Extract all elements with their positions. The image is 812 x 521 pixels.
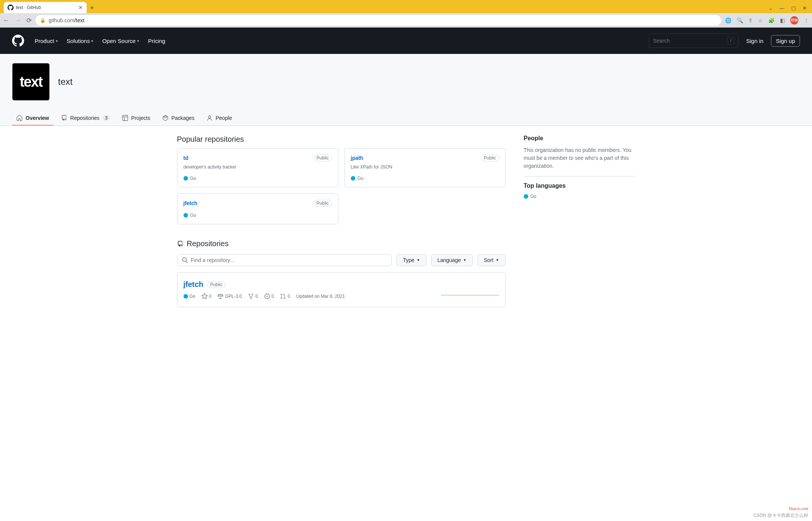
tab-packages[interactable]: Packages [158,111,199,126]
org-name: text [58,77,73,87]
visibility-label: Public [313,155,332,161]
extensions-icon[interactable]: 🧩 [768,17,775,23]
new-tab-button[interactable]: + [87,3,97,13]
type-filter-button[interactable]: Type▼ [396,254,426,266]
tab-projects[interactable]: Projects [118,111,155,126]
lang-color-dot [524,194,528,199]
sign-up-button[interactable]: Sign up [771,35,800,47]
search-input[interactable] [653,38,727,44]
chevron-down-icon[interactable]: ⌄ [769,5,773,11]
sidepanel-icon[interactable]: ◧ [780,17,785,23]
lang-color-dot [184,213,188,218]
nav-product[interactable]: Product▾ [35,38,58,44]
tab-people[interactable]: People [202,111,237,126]
repo-link-jfetch[interactable]: jfetch [184,280,203,289]
forward-icon[interactable]: → [15,17,21,25]
tab-overview[interactable]: Overview [12,111,54,126]
browser-tab[interactable]: text · GitHub ✕ [4,2,87,13]
person-icon [206,115,213,121]
reload-icon[interactable]: ⟳ [26,17,32,25]
kebab-menu-icon[interactable]: ⋮ [804,17,809,23]
lang-color-dot [184,176,188,181]
stars-link[interactable]: 0 [202,293,212,299]
repo-list-item: jfetch Public Go 0 GPL-3.0 0 0 0 Updated… [177,273,505,307]
repo-list: jfetch Public Go 0 GPL-3.0 0 0 0 Updated… [177,272,506,307]
popular-repos-grid: td Public developer's activity tracker G… [177,148,506,224]
profile-avatar[interactable]: 熠柳 [790,16,798,25]
svg-point-3 [208,116,211,118]
nav-opensource[interactable]: Open Source▾ [102,38,139,44]
repo-icon [177,241,183,247]
tab-title: text · GitHub [16,5,76,10]
visibility-label: Public [481,155,499,161]
zoom-icon[interactable]: 🔍 [737,17,743,23]
repositories-heading: Repositories [177,239,506,248]
header-search[interactable]: / [649,34,739,48]
pull-request-icon [280,293,286,299]
table-icon [122,115,128,121]
svg-line-5 [186,261,188,263]
nav-pricing[interactable]: Pricing [148,38,165,44]
back-icon[interactable]: ← [3,17,9,25]
minimize-icon[interactable]: — [780,5,784,11]
activity-sparkline [441,284,499,296]
updated-meta: Updated on Mar 8, 2021 [296,294,345,299]
nav-solutions[interactable]: Solutions▾ [67,38,93,44]
tab-close-icon[interactable]: ✕ [78,5,83,11]
sidebar-people: People This organization has no public m… [524,135,635,170]
lang-name: Go [358,176,364,181]
fork-icon [248,293,254,299]
org-header: text text Overview Repositories 3 Projec… [0,54,812,126]
issue-icon [264,293,270,299]
org-tabs: Overview Repositories 3 Projects Package… [12,111,800,126]
sidebar-people-text: This organization has no public members.… [524,146,635,170]
bookmark-icon[interactable]: ☆ [758,17,763,23]
sign-in-link[interactable]: Sign in [746,38,763,44]
sort-filter-button[interactable]: Sort▼ [477,254,506,266]
repo-count-badge: 3 [102,115,110,121]
package-icon [162,115,168,121]
chevron-down-icon: ▼ [463,258,466,262]
chevron-down-icon: ▼ [417,258,420,262]
svg-point-4 [182,258,186,262]
svg-point-6 [249,294,250,295]
visibility-label: Public [207,281,226,288]
language-filter-button[interactable]: Language▼ [431,254,473,266]
translate-icon[interactable]: 🌐 [725,17,731,23]
pulls-link[interactable]: 0 [280,293,290,299]
svg-point-12 [281,298,282,299]
sidebar-languages-heading: Top languages [524,182,635,189]
address-bar[interactable]: 🔒 github.com/text [35,15,721,26]
svg-point-7 [252,294,253,295]
repo-icon [61,115,67,121]
share-icon[interactable]: ⇪ [748,17,753,23]
close-window-icon[interactable]: ✕ [803,5,807,11]
forks-link[interactable]: 0 [248,293,258,299]
svg-point-10 [266,296,268,297]
popular-repos-heading: Popular repositories [177,135,506,144]
svg-point-13 [284,298,285,299]
chevron-down-icon: ▾ [137,39,139,43]
issues-link[interactable]: 0 [264,293,274,299]
github-header: Product▾ Solutions▾ Open Source▾ Pricing… [0,28,812,54]
repo-link-td[interactable]: td [184,155,188,161]
repo-description: developer's activity tracker [184,164,332,170]
repo-description: Like XPath for JSON [351,164,499,170]
svg-point-8 [250,298,251,299]
browser-toolbar: ← → ⟳ 🔒 github.com/text 🌐 🔍 ⇪ ☆ 🧩 ◧ 熠柳 ⋮ [0,13,812,28]
maximize-icon[interactable]: ▢ [791,5,796,11]
sidebar-top-languages: Top languages Go [524,176,635,199]
repo-link-jfetch[interactable]: jfetch [184,200,197,206]
tab-repositories[interactable]: Repositories 3 [57,111,115,126]
find-repo-input[interactable] [177,254,392,266]
find-repo-field[interactable] [191,257,387,263]
lang-color-dot [351,176,355,181]
search-icon [182,257,188,263]
repo-link-jpath[interactable]: jpath [351,155,363,161]
chevron-down-icon: ▼ [496,258,499,262]
lock-icon: 🔒 [40,18,46,23]
lang-name: Go [190,213,196,218]
github-logo-icon[interactable] [12,35,24,47]
window-controls: ⌄ — ▢ ✕ [763,5,812,13]
svg-point-11 [281,294,282,295]
